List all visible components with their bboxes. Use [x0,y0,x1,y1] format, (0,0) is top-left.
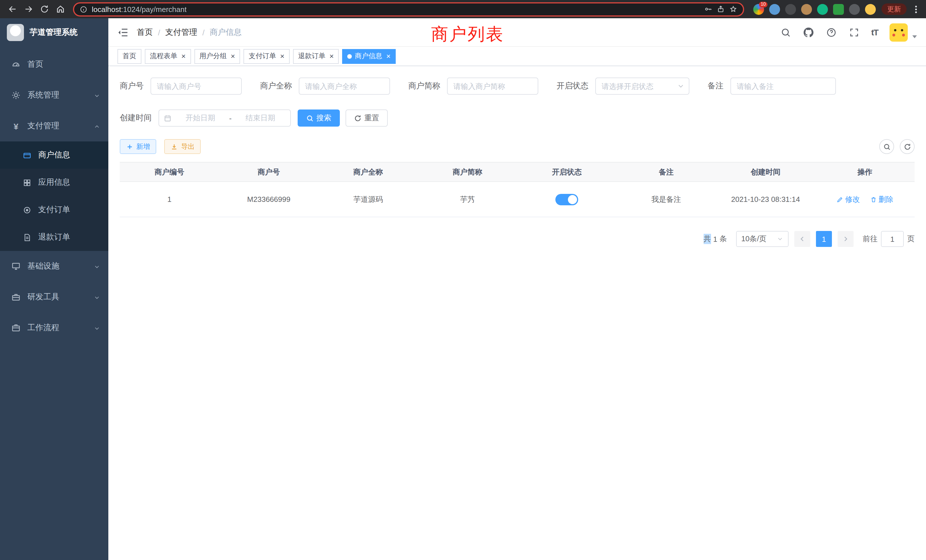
col-merchant-no: 商户号 [219,162,319,182]
sidebar-item-workflow[interactable]: 工作流程 [0,312,108,343]
credit-card-icon [23,151,31,159]
export-button[interactable]: 导出 [165,139,201,154]
navbar-actions: tT [780,23,917,41]
app-title: 芋道管理系统 [30,27,77,38]
breadcrumb-home[interactable]: 首页 [137,27,153,37]
browser-reload-icon[interactable] [38,2,51,16]
extension-icon-4[interactable] [801,4,812,15]
chevron-down-icon [94,294,100,301]
page-info-icon[interactable] [80,5,87,13]
status-label: 开启状态 [557,81,589,91]
end-date-placeholder[interactable]: 结束日期 [235,113,286,123]
add-button[interactable]: 新增 [120,139,156,154]
status-select[interactable] [595,77,689,95]
toggle-search-icon[interactable] [879,139,894,154]
goto-page-input[interactable] [881,231,904,247]
prev-page-button[interactable] [794,231,810,247]
cell-actions: 修改 删除 [816,182,915,217]
sidebar-item-home[interactable]: 首页 [0,49,108,80]
full-name-input[interactable] [299,77,390,95]
chevron-down-icon [94,263,100,270]
header-search-icon[interactable] [780,27,791,38]
sidebar-subitem-merchant-info[interactable]: 商户信息 [0,141,108,169]
close-icon[interactable]: × [280,53,284,60]
sidebar-subitem-pay-order[interactable]: 支付订单 [0,196,108,224]
breadcrumb-payment[interactable]: 支付管理 [165,27,197,37]
page-content: 商户号 商户全称 商户简称 开启状态 [108,66,926,560]
avatar-dropdown-caret-icon[interactable] [912,35,917,38]
table-header-row: 商户编号 商户号 商户全称 商户简称 开启状态 备注 创建时间 操作 [120,162,915,182]
close-icon[interactable]: × [386,53,390,60]
col-short-name: 商户简称 [418,162,517,182]
extension-icon-7[interactable] [849,4,860,15]
profile-avatar-icon[interactable] [865,4,876,15]
tab-home[interactable]: 首页 [118,49,141,64]
close-icon[interactable]: × [330,53,334,60]
hamburger-fold-icon[interactable] [118,27,129,38]
cell-remark: 我是备注 [617,182,716,217]
merchant-no-input[interactable] [151,77,242,95]
toolbox-icon [11,292,21,302]
tab-user-group[interactable]: 用户分组 × [194,49,240,64]
cell-create-time: 2021-10-23 08:31:14 [716,182,816,217]
extension-icon-5[interactable] [817,4,828,15]
extension-icon-2[interactable] [769,4,780,15]
col-create-time: 创建时间 [716,162,816,182]
address-bar[interactable]: localhost:1024/pay/merchant [73,2,744,16]
status-toggle[interactable] [555,194,578,205]
extension-icon-6[interactable] [833,4,844,15]
app-logo[interactable]: 芋道管理系统 [0,18,108,47]
search-button[interactable]: 搜索 [298,109,340,127]
password-key-icon[interactable] [704,5,712,13]
monitor-icon [11,262,21,271]
pagination: 共 1 条 10条/页 1 前 [120,231,915,247]
browser-home-icon[interactable] [54,2,67,16]
sidebar-item-system[interactable]: 系统管理 [0,80,108,110]
browser-update-button[interactable]: 更新 [882,3,906,15]
next-page-button[interactable] [838,231,853,247]
user-avatar[interactable] [890,23,908,41]
sidebar-item-infrastructure[interactable]: 基础设施 [0,251,108,282]
reset-button[interactable]: 重置 [345,109,388,127]
browser-back-icon[interactable] [6,2,20,16]
browser-forward-icon[interactable] [22,2,35,16]
tab-refund-order[interactable]: 退款订单 × [293,49,339,64]
close-icon[interactable]: × [231,53,235,60]
fullscreen-icon[interactable] [849,27,860,38]
browser-menu-icon[interactable] [911,5,920,13]
font-size-icon[interactable]: tT [871,27,878,37]
remark-input[interactable] [731,77,836,95]
github-icon[interactable] [803,27,814,38]
dashboard-icon [11,60,21,69]
share-icon[interactable] [717,5,725,13]
cell-merchant-no: M233666999 [219,182,319,217]
chevron-down-icon [94,324,100,331]
bookmark-star-icon[interactable] [729,5,737,13]
tab-process-form[interactable]: 流程表单 × [145,49,191,64]
tab-pay-order[interactable]: 支付订单 × [244,49,289,64]
page-1-button[interactable]: 1 [816,231,832,247]
sidebar-subitem-refund-order[interactable]: 退款订单 [0,224,108,251]
sidebar-menu: 首页 系统管理 ¥ 支付管理 [0,47,108,560]
refresh-icon[interactable] [900,139,915,154]
sidebar-item-payment[interactable]: ¥ 支付管理 [0,110,108,141]
help-question-icon[interactable] [826,27,837,38]
date-range-picker[interactable]: 开始日期 - 结束日期 [159,109,291,127]
page-size-select[interactable]: 10条/页 [736,231,788,247]
cell-short-name: 芋艿 [418,182,517,217]
sidebar-item-dev-tools[interactable]: 研发工具 [0,282,108,312]
extension-icon-3[interactable] [785,4,796,15]
extension-icon-1[interactable]: 10 [753,4,764,15]
close-icon[interactable]: × [181,53,186,60]
edit-button[interactable]: 修改 [837,194,860,204]
extension-badge: 10 [759,2,767,7]
col-status: 开启状态 [517,162,617,182]
sidebar-subitem-app-info[interactable]: 应用信息 [0,169,108,196]
payment-submenu: 商户信息 应用信息 支付订单 [0,141,108,251]
pagination-total: 共 1 条 [704,234,727,244]
start-date-placeholder[interactable]: 开始日期 [175,113,226,123]
delete-button[interactable]: 删除 [870,194,893,204]
short-name-input[interactable] [447,77,538,95]
tab-merchant-info[interactable]: 商户信息 × [342,49,396,64]
filter-row-1: 商户号 商户全称 商户简称 开启状态 [120,77,915,95]
